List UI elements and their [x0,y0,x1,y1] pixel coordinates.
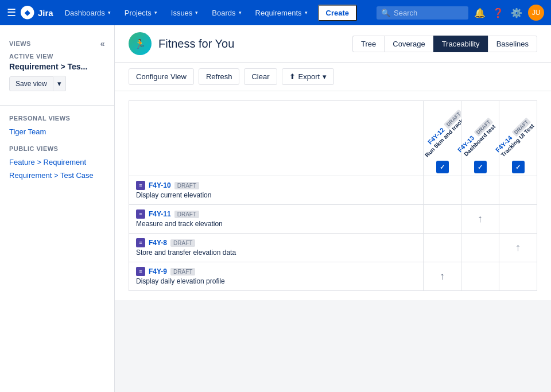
row-label-F4Y-11: ≡ F4Y-11 DRAFT Measure and track elevati… [129,205,424,234]
search-box: 🔍 [377,6,468,20]
row-icon-F4Y-9: ≡ [136,267,145,276]
row-id-F4Y-10: F4Y-10 [149,181,171,189]
table-row: ≡ F4Y-9 DRAFT Display daily elevation pr… [129,262,537,291]
nav-boards[interactable]: Boards ▾ [207,6,246,20]
cell-F4Y-11-col0 [424,205,461,234]
row-icon-F4Y-11: ≡ [136,209,145,219]
configure-view-button[interactable]: Configure View [129,68,194,85]
row-desc-F4Y-9: Display daily elevation profile [136,277,416,285]
active-view-name: Requirement > Tes... [0,61,114,76]
cell-F4Y-8-col2: ↑ [499,234,537,262]
page-header: 🏃 Fitness for You Tree Coverage Traceabi… [115,25,551,63]
row-badge-F4Y-11: DRAFT [174,211,199,218]
sidebar-item-requirement-testcase[interactable]: Requirement > Test Case [0,169,114,182]
bell-icon[interactable]: 🔔 [473,6,487,20]
table-corner-header [129,101,424,176]
tab-coverage[interactable]: Coverage [384,36,433,52]
link-arrow-icon: ↑ [515,242,521,253]
table-row: ≡ F4Y-8 DRAFT Store and transfer elevati… [129,234,537,262]
row-id-F4Y-11: F4Y-11 [149,210,171,218]
export-button[interactable]: ⬆ Export ▾ [282,68,335,85]
topnav: ☰ Jira Dashboards ▾ Projects ▾ Issues ▾ … [0,0,551,25]
row-desc-F4Y-10: Display current elevation [136,191,416,199]
logo-text: Jira [38,8,53,18]
settings-icon[interactable]: ⚙️ [510,6,523,20]
trace-table: F4Y-12 DRAFT Run 5km and track route ✓ F… [129,100,537,291]
row-label-F4Y-10: ≡ F4Y-10 DRAFT Display current elevation [129,176,424,205]
collapse-sidebar-button[interactable]: « [100,39,105,48]
row-icon-F4Y-10: ≡ [136,181,145,190]
search-input[interactable] [394,9,463,17]
row-icon-F4Y-8: ≡ [136,238,145,247]
public-views-label: PUBLIC VIEWS [0,138,114,156]
help-icon[interactable]: ❓ [491,6,505,20]
save-view-button[interactable]: Save view [9,76,53,91]
nav-projects[interactable]: Projects ▾ [120,6,162,20]
cell-F4Y-9-col0: ↑ [424,262,461,291]
active-view-label: ACTIVE VIEW [0,51,114,61]
col-header-F4Y-14: F4Y-14 DRAFT Tracking UI Test ✓ [499,101,537,176]
nav-dashboards[interactable]: Dashboards ▾ [60,6,115,20]
cell-F4Y-8-col1 [461,234,499,262]
nav-issues[interactable]: Issues ▾ [166,6,203,20]
row-desc-F4Y-8: Store and transfer elevation data [136,249,416,257]
cell-F4Y-10-col0 [424,176,461,205]
row-id-F4Y-9: F4Y-9 [149,267,167,275]
refresh-button[interactable]: Refresh [199,68,240,85]
link-arrow-icon: ↑ [478,213,483,224]
row-id-F4Y-8: F4Y-8 [149,239,167,247]
jira-logo[interactable]: Jira [21,6,53,20]
row-badge-F4Y-9: DRAFT [170,268,195,275]
menu-icon[interactable]: ☰ [7,6,16,19]
nav-requirements[interactable]: Requirements ▾ [251,6,312,20]
col-header-F4Y-13: F4Y-13 DRAFT Dashboard test ✓ [461,101,499,176]
toolbar: Configure View Refresh Clear ⬆ Export ▾ [115,63,551,91]
row-desc-F4Y-11: Measure and track elevation [136,220,416,228]
search-icon: 🔍 [381,9,390,17]
export-chevron-icon: ▾ [323,72,327,81]
main-content: 🏃 Fitness for You Tree Coverage Traceabi… [115,25,551,392]
cell-F4Y-10-col1 [461,176,499,205]
clear-button[interactable]: Clear [244,68,277,85]
trace-table-container: F4Y-12 DRAFT Run 5km and track route ✓ F… [115,91,551,300]
table-row: ≡ F4Y-10 DRAFT Display current elevation [129,176,537,205]
cell-F4Y-11-col1: ↑ [461,205,499,234]
row-badge-F4Y-10: DRAFT [174,182,199,189]
project-avatar: 🏃 [129,32,152,55]
sidebar-item-feature-requirement[interactable]: Feature > Requirement [0,156,114,169]
col-icon-F4Y-14: ✓ [515,164,521,171]
cell-F4Y-10-col2 [499,176,537,205]
cell-F4Y-8-col0 [424,234,461,262]
cell-F4Y-9-col1 [461,262,499,291]
cell-F4Y-11-col2 [499,205,537,234]
row-label-F4Y-9: ≡ F4Y-9 DRAFT Display daily elevation pr… [129,262,424,291]
table-row: ≡ F4Y-11 DRAFT Measure and track elevati… [129,205,537,234]
tab-baselines[interactable]: Baselines [488,36,537,52]
col-icon-F4Y-12: ✓ [440,164,445,171]
sidebar-item-tiger-team[interactable]: Tiger Team [0,125,114,138]
personal-views-label: PERSONAL VIEWS [0,110,114,125]
page-title: Fitness for You [158,37,234,51]
sidebar: VIEWS « ACTIVE VIEW Requirement > Tes...… [0,25,115,392]
sidebar-divider-1 [0,105,114,106]
cell-F4Y-9-col2 [499,262,537,291]
view-tabs: Tree Coverage Traceability Baselines [352,36,537,52]
link-arrow-icon: ↑ [440,270,445,282]
tab-tree[interactable]: Tree [352,36,384,52]
row-label-F4Y-8: ≡ F4Y-8 DRAFT Store and transfer elevati… [129,234,424,262]
avatar[interactable]: JU [528,5,544,21]
row-badge-F4Y-8: DRAFT [170,239,195,247]
tab-traceability[interactable]: Traceability [433,36,488,52]
save-view-dropdown[interactable]: ▾ [53,76,66,91]
export-icon: ⬆ [289,72,296,81]
create-button[interactable]: Create [318,5,357,21]
col-header-F4Y-12: F4Y-12 DRAFT Run 5km and track route ✓ [424,101,461,176]
views-label: VIEWS [9,40,31,47]
col-icon-F4Y-13: ✓ [478,164,483,171]
